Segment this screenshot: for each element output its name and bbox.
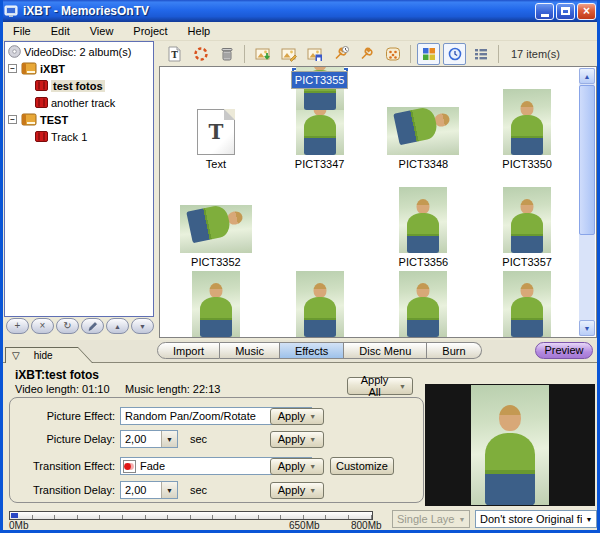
- toolbar-separator: [410, 45, 411, 63]
- menu-bar: FileEditViewProjectHelp: [3, 22, 597, 41]
- thumbnail-panel: T Text PICT3347 PICT3348 PICT3350 PICT33…: [159, 66, 597, 338]
- fix-time-tool-icon[interactable]: [329, 43, 352, 65]
- picture-effect-apply-button[interactable]: Apply▼: [270, 408, 324, 425]
- thumbnail-label: PICT3356: [399, 256, 449, 269]
- thumbnail-label: PICT3350: [502, 158, 552, 171]
- disc-icon: [8, 45, 21, 58]
- video-length: Video length: 01:10: [15, 383, 110, 395]
- title-bar[interactable]: iXBT - MemoriesOnTV ×: [0, 0, 600, 22]
- thumbnail-item[interactable]: [372, 269, 476, 337]
- thumbnail-label: PICT3357: [502, 256, 552, 269]
- thumbnail-item[interactable]: [475, 269, 579, 337]
- move-down-button[interactable]: ▼: [131, 318, 154, 334]
- maximize-button[interactable]: [556, 3, 575, 20]
- close-button[interactable]: ×: [577, 3, 596, 20]
- unit-label: sec: [190, 433, 207, 445]
- preview-thumbnail: [425, 384, 595, 506]
- album-toolbar: +×↻▲▼: [6, 318, 154, 336]
- tab-music[interactable]: Music: [220, 342, 280, 359]
- move-up-button[interactable]: ▲: [106, 318, 129, 334]
- menu-help[interactable]: Help: [178, 23, 221, 39]
- menu-edit[interactable]: Edit: [41, 23, 80, 39]
- view-thumbnails-icon[interactable]: [417, 43, 440, 65]
- thumbnail-label: PICT3352: [191, 256, 241, 269]
- tab-disc-menu[interactable]: Disc Menu: [344, 342, 427, 359]
- tree-track[interactable]: Track 1: [5, 128, 153, 145]
- svg-text:T: T: [171, 50, 178, 60]
- text-slide-icon: T: [197, 109, 235, 155]
- thumbnail-item[interactable]: PICT3355: [268, 171, 372, 269]
- edit-button[interactable]: [81, 318, 104, 334]
- toolbar-separator: [498, 45, 499, 63]
- import-images-icon[interactable]: [251, 43, 274, 65]
- hide-panel-tab[interactable]: ▽ hide: [5, 347, 93, 363]
- customize-button[interactable]: Customize: [330, 457, 394, 475]
- shuffle-dice-icon[interactable]: [381, 43, 404, 65]
- thumbnail-label: Text: [206, 158, 226, 171]
- gauge-start-label: 0Mb: [9, 520, 28, 531]
- transition-delay-select[interactable]: 2,00▼: [120, 481, 178, 499]
- rotate-button[interactable]: ↻: [56, 318, 79, 334]
- collapse-icon[interactable]: −: [8, 115, 17, 124]
- thumbnail-item[interactable]: PICT3356: [372, 171, 476, 269]
- view-slideshow-icon[interactable]: [443, 43, 466, 65]
- dropdown-arrow-icon: ▼: [399, 383, 406, 390]
- tab-import[interactable]: Import: [157, 342, 220, 359]
- tree-track[interactable]: test fotos: [5, 77, 153, 94]
- thumbnail-item[interactable]: T Text: [164, 73, 268, 171]
- rotate-image-icon[interactable]: [189, 43, 212, 65]
- scroll-down-icon[interactable]: ▼: [579, 320, 595, 336]
- tree-album[interactable]: − TEST: [5, 111, 153, 128]
- tree-root[interactable]: VideoDisc: 2 album(s): [5, 43, 153, 60]
- store-original-select[interactable]: Don't store Original files▼: [475, 510, 597, 528]
- collapse-icon[interactable]: −: [8, 64, 17, 73]
- layer-select[interactable]: Single Layer▼: [392, 510, 470, 528]
- thumbnail-item[interactable]: PICT3352: [164, 171, 268, 269]
- new-text-slide-icon[interactable]: T: [163, 43, 186, 65]
- thumbnail-item[interactable]: [164, 269, 268, 337]
- scroll-thumb[interactable]: [579, 85, 595, 235]
- transition-delay-apply-button[interactable]: Apply▼: [270, 482, 324, 499]
- thumbnail-item[interactable]: PICT3350: [475, 73, 579, 171]
- tab-effects[interactable]: Effects: [280, 342, 344, 359]
- tree-track[interactable]: another track: [5, 94, 153, 111]
- app-window: iXBT - MemoriesOnTV × FileEditViewProjec…: [0, 0, 600, 533]
- apply-all-button[interactable]: Apply All▼: [347, 377, 413, 395]
- dropdown-arrow-icon: ▼: [309, 413, 316, 420]
- menu-view[interactable]: View: [80, 23, 124, 39]
- thumbnail-label: PICT3348: [399, 158, 449, 171]
- effects-row: Picture Effect: Random Pan/Zoom/Rotate▼ …: [18, 406, 423, 426]
- picture-delay-select[interactable]: 2,00▼: [120, 430, 178, 448]
- thumbnail-item[interactable]: PICT3357: [475, 171, 579, 269]
- menu-file[interactable]: File: [3, 23, 41, 39]
- menu-project[interactable]: Project: [123, 23, 177, 39]
- thumbnail-label: PICT3355: [291, 71, 349, 89]
- preview-button[interactable]: Preview: [535, 342, 593, 359]
- photo-thumbnail: [192, 271, 240, 337]
- add-button[interactable]: +: [6, 318, 29, 334]
- picture-delay-apply-button[interactable]: Apply▼: [270, 431, 324, 448]
- view-list-icon[interactable]: [469, 43, 492, 65]
- thumbnail-item[interactable]: PICT3348: [372, 73, 476, 171]
- music-length: Music length: 22:13: [125, 383, 220, 395]
- tab-burn[interactable]: Burn: [427, 342, 481, 359]
- fix-tool-icon[interactable]: [355, 43, 378, 65]
- save-image-icon[interactable]: [303, 43, 326, 65]
- dropdown-arrow-icon: ▼: [161, 431, 177, 447]
- film-icon: [35, 131, 48, 142]
- tree-album[interactable]: − iXBT: [5, 60, 153, 77]
- delete-item-icon[interactable]: [215, 43, 238, 65]
- status-bar: 0Mb 650Mb 800Mb Single Layer▼ Don't stor…: [3, 509, 597, 531]
- dropdown-arrow-icon: ▼: [455, 516, 469, 523]
- remove-button[interactable]: ×: [31, 318, 54, 334]
- minimize-button[interactable]: [535, 3, 554, 20]
- edit-image-icon[interactable]: [277, 43, 300, 65]
- dropdown-arrow-icon: ▼: [161, 482, 177, 498]
- scroll-up-icon[interactable]: ▲: [579, 68, 595, 84]
- app-icon: [4, 4, 18, 18]
- picture-effect-label: Picture Effect:: [18, 410, 120, 422]
- photo-thumbnail: [180, 205, 252, 253]
- transition-effect-apply-button[interactable]: Apply▼: [270, 458, 324, 475]
- thumbnail-item[interactable]: [268, 269, 372, 337]
- scrollbar[interactable]: ▲ ▼: [579, 68, 595, 336]
